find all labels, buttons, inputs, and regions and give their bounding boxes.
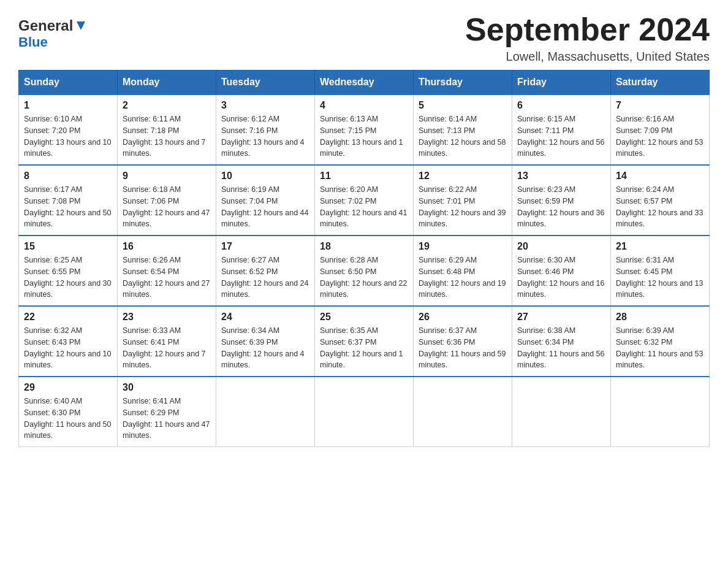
day-number: 16	[123, 241, 211, 252]
day-info: Sunrise: 6:17 AMSunset: 7:08 PMDaylight:…	[24, 184, 112, 230]
day-info: Sunrise: 6:27 AMSunset: 6:52 PMDaylight:…	[221, 255, 309, 301]
table-row: 3Sunrise: 6:12 AMSunset: 7:16 PMDaylight…	[216, 94, 315, 165]
day-info: Sunrise: 6:29 AMSunset: 6:48 PMDaylight:…	[419, 255, 507, 301]
calendar-title: September 2024	[465, 12, 710, 47]
svg-marker-0	[77, 21, 85, 30]
table-row: 7Sunrise: 6:16 AMSunset: 7:09 PMDaylight…	[611, 94, 710, 165]
day-info: Sunrise: 6:37 AMSunset: 6:36 PMDaylight:…	[419, 325, 507, 371]
day-number: 14	[616, 170, 704, 182]
day-number: 10	[221, 170, 309, 182]
day-info: Sunrise: 6:26 AMSunset: 6:54 PMDaylight:…	[123, 255, 211, 301]
table-row: 19Sunrise: 6:29 AMSunset: 6:48 PMDayligh…	[414, 236, 512, 306]
logo-general-text: General	[18, 17, 73, 34]
table-row: 23Sunrise: 6:33 AMSunset: 6:41 PMDayligh…	[118, 306, 216, 377]
day-info: Sunrise: 6:14 AMSunset: 7:13 PMDaylight:…	[419, 113, 507, 159]
day-info: Sunrise: 6:18 AMSunset: 7:06 PMDaylight:…	[123, 184, 211, 230]
day-number: 24	[221, 312, 309, 323]
calendar-table: Sunday Monday Tuesday Wednesday Thursday…	[18, 70, 710, 447]
day-info: Sunrise: 6:34 AMSunset: 6:39 PMDaylight:…	[221, 325, 309, 371]
day-number: 12	[419, 170, 507, 182]
day-number: 13	[517, 170, 605, 182]
table-row	[216, 377, 315, 447]
table-row: 24Sunrise: 6:34 AMSunset: 6:39 PMDayligh…	[216, 306, 315, 377]
table-row: 16Sunrise: 6:26 AMSunset: 6:54 PMDayligh…	[118, 236, 216, 306]
title-block: September 2024 Lowell, Massachusetts, Un…	[465, 12, 710, 64]
table-row: 27Sunrise: 6:38 AMSunset: 6:34 PMDayligh…	[512, 306, 611, 377]
table-row: 29Sunrise: 6:40 AMSunset: 6:30 PMDayligh…	[19, 377, 118, 447]
col-sunday: Sunday	[19, 71, 118, 95]
day-info: Sunrise: 6:15 AMSunset: 7:11 PMDaylight:…	[517, 113, 605, 159]
page-header: General Blue September 2024 Lowell, Mass…	[18, 12, 710, 64]
day-number: 2	[123, 100, 211, 111]
col-saturday: Saturday	[611, 71, 710, 95]
table-row: 26Sunrise: 6:37 AMSunset: 6:36 PMDayligh…	[414, 306, 512, 377]
day-number: 21	[616, 241, 704, 252]
day-number: 23	[123, 312, 211, 323]
day-info: Sunrise: 6:35 AMSunset: 6:37 PMDaylight:…	[320, 325, 408, 371]
table-row: 13Sunrise: 6:23 AMSunset: 6:59 PMDayligh…	[512, 165, 611, 236]
day-number: 29	[24, 382, 112, 393]
day-number: 5	[419, 100, 507, 111]
week-row-4: 22Sunrise: 6:32 AMSunset: 6:43 PMDayligh…	[19, 306, 710, 377]
day-info: Sunrise: 6:12 AMSunset: 7:16 PMDaylight:…	[221, 113, 309, 159]
table-row: 30Sunrise: 6:41 AMSunset: 6:29 PMDayligh…	[118, 377, 216, 447]
day-info: Sunrise: 6:28 AMSunset: 6:50 PMDaylight:…	[320, 255, 408, 301]
day-number: 1	[24, 100, 112, 111]
day-number: 7	[616, 100, 704, 111]
table-row	[315, 377, 414, 447]
week-row-1: 1Sunrise: 6:10 AMSunset: 7:20 PMDaylight…	[19, 94, 710, 165]
calendar-subtitle: Lowell, Massachusetts, United States	[465, 50, 710, 64]
day-info: Sunrise: 6:13 AMSunset: 7:15 PMDaylight:…	[320, 113, 408, 159]
day-number: 3	[221, 100, 309, 111]
col-wednesday: Wednesday	[315, 71, 414, 95]
day-info: Sunrise: 6:11 AMSunset: 7:18 PMDaylight:…	[123, 113, 211, 159]
day-number: 11	[320, 170, 408, 182]
table-row	[512, 377, 611, 447]
table-row: 28Sunrise: 6:39 AMSunset: 6:32 PMDayligh…	[611, 306, 710, 377]
logo: General Blue	[18, 12, 88, 50]
table-row	[611, 377, 710, 447]
table-row: 8Sunrise: 6:17 AMSunset: 7:08 PMDaylight…	[19, 165, 118, 236]
day-info: Sunrise: 6:40 AMSunset: 6:30 PMDaylight:…	[24, 396, 112, 442]
table-row: 14Sunrise: 6:24 AMSunset: 6:57 PMDayligh…	[611, 165, 710, 236]
day-number: 27	[517, 312, 605, 323]
day-number: 8	[24, 170, 112, 182]
table-row: 5Sunrise: 6:14 AMSunset: 7:13 PMDaylight…	[414, 94, 512, 165]
day-number: 30	[123, 382, 211, 393]
day-number: 4	[320, 100, 408, 111]
day-number: 25	[320, 312, 408, 323]
table-row: 11Sunrise: 6:20 AMSunset: 7:02 PMDayligh…	[315, 165, 414, 236]
day-number: 18	[320, 241, 408, 252]
table-row: 9Sunrise: 6:18 AMSunset: 7:06 PMDaylight…	[118, 165, 216, 236]
day-info: Sunrise: 6:39 AMSunset: 6:32 PMDaylight:…	[616, 325, 704, 371]
day-info: Sunrise: 6:32 AMSunset: 6:43 PMDaylight:…	[24, 325, 112, 371]
col-friday: Friday	[512, 71, 611, 95]
day-number: 28	[616, 312, 704, 323]
table-row: 20Sunrise: 6:30 AMSunset: 6:46 PMDayligh…	[512, 236, 611, 306]
col-monday: Monday	[118, 71, 216, 95]
table-row: 17Sunrise: 6:27 AMSunset: 6:52 PMDayligh…	[216, 236, 315, 306]
col-tuesday: Tuesday	[216, 71, 315, 95]
col-thursday: Thursday	[414, 71, 512, 95]
day-info: Sunrise: 6:24 AMSunset: 6:57 PMDaylight:…	[616, 184, 704, 230]
day-number: 15	[24, 241, 112, 252]
day-info: Sunrise: 6:31 AMSunset: 6:45 PMDaylight:…	[616, 255, 704, 301]
day-info: Sunrise: 6:10 AMSunset: 7:20 PMDaylight:…	[24, 113, 112, 159]
table-row: 10Sunrise: 6:19 AMSunset: 7:04 PMDayligh…	[216, 165, 315, 236]
header-row: Sunday Monday Tuesday Wednesday Thursday…	[19, 71, 710, 95]
day-info: Sunrise: 6:22 AMSunset: 7:01 PMDaylight:…	[419, 184, 507, 230]
day-number: 20	[517, 241, 605, 252]
day-number: 17	[221, 241, 309, 252]
table-row	[414, 377, 512, 447]
table-row: 18Sunrise: 6:28 AMSunset: 6:50 PMDayligh…	[315, 236, 414, 306]
table-row: 4Sunrise: 6:13 AMSunset: 7:15 PMDaylight…	[315, 94, 414, 165]
day-info: Sunrise: 6:38 AMSunset: 6:34 PMDaylight:…	[517, 325, 605, 371]
table-row: 25Sunrise: 6:35 AMSunset: 6:37 PMDayligh…	[315, 306, 414, 377]
day-info: Sunrise: 6:25 AMSunset: 6:55 PMDaylight:…	[24, 255, 112, 301]
day-number: 6	[517, 100, 605, 111]
logo-triangle-icon	[74, 19, 88, 33]
table-row: 21Sunrise: 6:31 AMSunset: 6:45 PMDayligh…	[611, 236, 710, 306]
day-info: Sunrise: 6:41 AMSunset: 6:29 PMDaylight:…	[123, 396, 211, 442]
day-info: Sunrise: 6:16 AMSunset: 7:09 PMDaylight:…	[616, 113, 704, 159]
logo-blue-text: Blue	[18, 34, 48, 50]
